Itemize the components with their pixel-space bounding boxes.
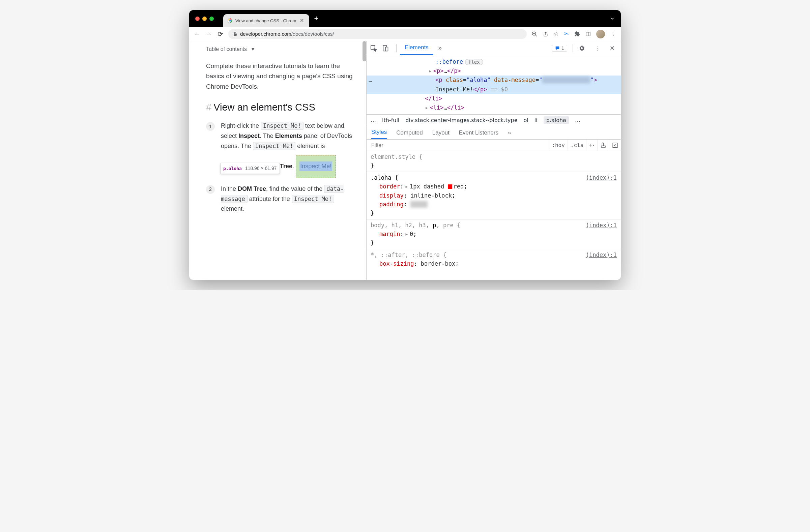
reload-button[interactable]: ⟳ bbox=[217, 30, 224, 38]
heading-hash: # bbox=[206, 102, 211, 113]
extensions-icon[interactable] bbox=[574, 31, 580, 37]
crumb[interactable]: … bbox=[575, 117, 580, 123]
toolbar-icons: ☆ ✂ ⋮ bbox=[532, 30, 616, 38]
profile-avatar[interactable] bbox=[596, 30, 605, 38]
style-rules[interactable]: element.style { } .aloha {(index):1 bord… bbox=[367, 151, 621, 269]
back-button[interactable]: ← bbox=[194, 30, 201, 38]
inspect-tooltip: p.aloha 118.96 × 61.97 bbox=[220, 163, 280, 174]
devtools-toolbar: Elements » 1 ⋮ ✕ bbox=[367, 41, 621, 55]
address-bar-row: ← → ⟳ developer.chrome.com/docs/devtools… bbox=[189, 27, 621, 41]
minimize-window[interactable] bbox=[202, 17, 207, 21]
step-number: 2 bbox=[206, 185, 215, 194]
close-devtools-icon[interactable]: ✕ bbox=[607, 45, 617, 52]
elements-tab[interactable]: Elements bbox=[400, 41, 433, 55]
svg-rect-10 bbox=[386, 47, 388, 51]
url-host: developer.chrome.com bbox=[240, 31, 291, 37]
style-rule[interactable]: body, h1, h2, h3, p, pre {(index):1 marg… bbox=[367, 219, 621, 249]
crumb[interactable]: li bbox=[534, 117, 537, 123]
computed-tab[interactable]: Computed bbox=[396, 126, 423, 139]
tab-title: View and change CSS - Chrom bbox=[236, 18, 296, 23]
close-window[interactable] bbox=[195, 17, 200, 21]
breadcrumbs[interactable]: … lth-full div.stack.center-images.stack… bbox=[367, 115, 621, 126]
crumb[interactable]: ol bbox=[524, 117, 529, 123]
cls-toggle[interactable]: .cls bbox=[568, 139, 586, 151]
url-path: /docs/devtools/css/ bbox=[291, 31, 334, 37]
step-1: 1 Right-click the Inspect Me! text below… bbox=[206, 121, 353, 178]
crumb-selected[interactable]: p.aloha bbox=[544, 116, 569, 124]
event-listeners-tab[interactable]: Event Listeners bbox=[459, 126, 498, 139]
tooltip-selector: p.aloha bbox=[223, 165, 242, 172]
source-link[interactable]: (index):1 bbox=[586, 173, 617, 182]
svg-line-3 bbox=[535, 35, 537, 36]
styles-tab[interactable]: Styles bbox=[371, 126, 387, 139]
web-page-content: Table of contents ▾ Complete these inter… bbox=[189, 41, 366, 280]
flex-badge[interactable]: flex bbox=[465, 59, 483, 65]
new-tab-button[interactable]: + bbox=[314, 14, 318, 23]
devtools-panel: Elements » 1 ⋮ ✕ bbox=[366, 41, 621, 280]
style-rule[interactable]: .aloha {(index):1 border:1px dashed red;… bbox=[367, 172, 621, 219]
url-bar[interactable]: developer.chrome.com/docs/devtools/css/ bbox=[228, 29, 527, 39]
step-number: 1 bbox=[206, 122, 215, 131]
code-chip: Inspect Me! bbox=[292, 195, 335, 203]
code-chip: Inspect Me! bbox=[261, 122, 304, 130]
scrollbar[interactable] bbox=[362, 41, 366, 61]
crumb[interactable]: … bbox=[371, 117, 376, 123]
section-heading: #View an element's CSS bbox=[206, 102, 353, 113]
dom-tree[interactable]: ::beforeflex <p>…</p> <p class="aloha" d… bbox=[367, 55, 621, 115]
tooltip-dimensions: 118.96 × 61.97 bbox=[245, 165, 277, 172]
zoom-icon[interactable] bbox=[532, 31, 537, 37]
scissors-icon[interactable]: ✂ bbox=[564, 30, 569, 37]
share-icon[interactable] bbox=[543, 31, 548, 37]
steps-list: 1 Right-click the Inspect Me! text below… bbox=[206, 121, 353, 214]
color-swatch[interactable] bbox=[448, 184, 452, 189]
issues-badge[interactable]: 1 bbox=[552, 45, 567, 52]
hov-toggle[interactable]: :hov bbox=[549, 139, 568, 151]
styles-subtabs: Styles Computed Layout Event Listeners » bbox=[367, 126, 621, 139]
style-rule[interactable]: element.style { } bbox=[367, 151, 621, 172]
chrome-favicon bbox=[227, 18, 233, 23]
chevron-down-icon: ▾ bbox=[252, 46, 254, 52]
device-toolbar-icon[interactable] bbox=[382, 45, 393, 52]
svg-rect-6 bbox=[586, 32, 590, 36]
svg-rect-11 bbox=[613, 143, 617, 148]
step-2: 2 In the DOM Tree, find the value of the… bbox=[206, 184, 353, 214]
source-link[interactable]: (index):1 bbox=[586, 250, 617, 259]
layout-tab[interactable]: Layout bbox=[432, 126, 450, 139]
forward-button[interactable]: → bbox=[205, 30, 212, 38]
inspect-element-icon[interactable] bbox=[370, 45, 381, 52]
more-subtabs-icon[interactable]: » bbox=[508, 126, 511, 139]
lock-icon bbox=[233, 32, 238, 36]
code-chip: Inspect Me! bbox=[253, 142, 296, 150]
toc-dropdown[interactable]: Table of contents ▾ bbox=[206, 46, 353, 52]
speech-icon bbox=[555, 46, 560, 51]
source-link[interactable]: (index):1 bbox=[586, 221, 617, 230]
window-controls bbox=[195, 17, 214, 21]
titlebar: View and change CSS - Chrom ✕ + bbox=[189, 10, 621, 27]
content-split: Table of contents ▾ Complete these inter… bbox=[189, 41, 621, 280]
selected-dom-node[interactable]: <p class="aloha" data-message="xxxxxxxx"… bbox=[367, 76, 621, 94]
computed-toggle-icon[interactable] bbox=[609, 139, 621, 151]
new-style-button[interactable]: +▾ bbox=[586, 139, 597, 151]
styles-filter-bar: :hov .cls +▾ bbox=[367, 139, 621, 151]
settings-icon[interactable] bbox=[578, 45, 589, 52]
star-icon[interactable]: ☆ bbox=[554, 30, 559, 37]
sidepanel-icon[interactable] bbox=[585, 31, 591, 37]
toc-label: Table of contents bbox=[206, 46, 247, 52]
kebab-icon[interactable]: ⋮ bbox=[593, 45, 603, 52]
window-menu-icon[interactable] bbox=[610, 16, 615, 21]
intro-text: Complete these interactive tutorials to … bbox=[206, 61, 353, 92]
crumb[interactable]: div.stack.center-images.stack--block.typ… bbox=[405, 117, 517, 123]
inspect-me-element[interactable]: Inspect Me! bbox=[296, 155, 336, 178]
more-tabs-icon[interactable]: » bbox=[435, 45, 446, 52]
zoom-window[interactable] bbox=[209, 17, 214, 21]
browser-tab[interactable]: View and change CSS - Chrom ✕ bbox=[223, 14, 309, 27]
browser-window: View and change CSS - Chrom ✕ + ← → ⟳ de… bbox=[189, 10, 621, 280]
style-rule[interactable]: *, ::after, ::before {(index):1 box-sizi… bbox=[367, 249, 621, 270]
styles-filter-input[interactable] bbox=[367, 139, 549, 151]
brush-icon[interactable] bbox=[597, 139, 609, 151]
crumb[interactable]: lth-full bbox=[382, 117, 399, 123]
tab-close-icon[interactable]: ✕ bbox=[299, 18, 305, 23]
kebab-menu-icon[interactable]: ⋮ bbox=[610, 30, 616, 37]
